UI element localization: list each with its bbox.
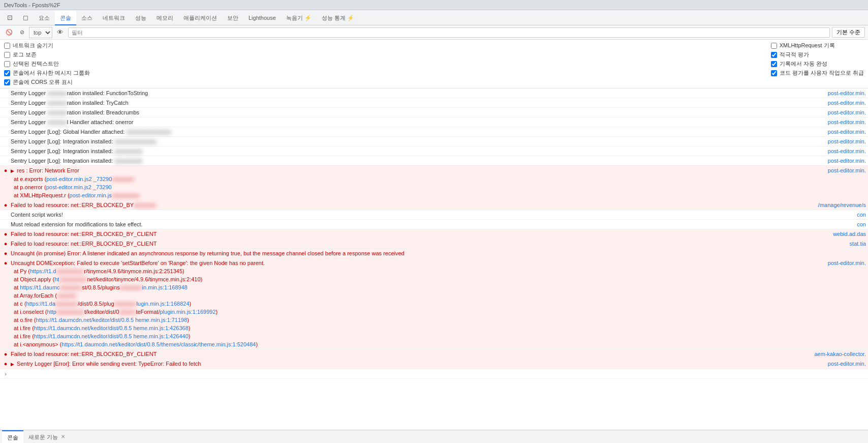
close-new-features-button[interactable]: ✕ (60, 430, 66, 444)
error-icon: ● (2, 360, 9, 368)
option-selected-context-checkbox[interactable] (4, 61, 10, 67)
expand-caret[interactable]: ▶ (11, 168, 14, 173)
option-autocomplete-checkbox[interactable] (771, 61, 777, 67)
stack-link[interactable]: https://t1.daumcdn.net/keditor/dist/0.8.… (34, 325, 132, 331)
log-source-link[interactable]: post-editor.min. (828, 360, 866, 368)
icon-inspect[interactable]: ⊡ (2, 10, 18, 25)
option-autocomplete[interactable]: 기록에서 자동 완성 (771, 60, 864, 68)
error-icon: ● (2, 259, 9, 267)
option-network-hide[interactable]: 네트워크 숨기기 (4, 42, 90, 49)
eye-icon-button[interactable]: 👁 (54, 27, 66, 38)
tab-recorder[interactable]: 녹음기 ⚡ (281, 10, 317, 25)
option-xmlhttp[interactable]: XMLHttpRequest 기록 (771, 42, 864, 49)
log-row: Sentry Logger xxxxxxxration installed: B… (0, 108, 868, 117)
option-xmlhttp-checkbox[interactable] (771, 43, 777, 49)
log-source-link[interactable]: post-editor.min. (828, 89, 866, 97)
option-network-hide-checkbox[interactable] (4, 43, 10, 49)
log-source-link[interactable]: post-editor.min. (828, 99, 866, 107)
tab-elements[interactable]: 요소 (34, 10, 55, 25)
console-prompt-row[interactable]: › (0, 369, 868, 379)
stack-link[interactable]: lugin.min.js:1:168824 (137, 301, 190, 307)
log-source-link[interactable]: con (857, 211, 866, 219)
log-source-link[interactable]: stat.tia (850, 240, 866, 248)
error-icon: ● (2, 249, 9, 257)
option-user-gesture[interactable]: 코드 평가를 사용자 작업으로 취급 (771, 69, 864, 77)
log-source-link[interactable]: post-editor.min. (828, 259, 866, 267)
log-row: Sentry Logger [Log]: Integration install… (0, 156, 868, 166)
stack-link[interactable]: heme.min.js:1:426368 (134, 325, 189, 331)
stack-link[interactable]: https://t1.daumcdn.net/keditor/dist/0.8.… (36, 317, 134, 323)
bottom-tab-console-label: 콘솔 (7, 431, 18, 444)
error-icon: ● (2, 166, 9, 174)
bottom-tab-new-features[interactable]: 새로운 기능 ✕ (23, 430, 71, 444)
stack-link[interactable]: http (47, 309, 56, 315)
log-source-link[interactable]: con (857, 220, 866, 228)
error-row: ● Uncaught DOMException: Failed to execu… (0, 258, 868, 349)
title-bar: DevTools - Fposts%2F (0, 0, 868, 10)
option-eager-eval-checkbox[interactable] (771, 52, 777, 58)
error-row: ● Failed to load resource: net::ERR_BLOC… (0, 349, 868, 359)
option-user-gesture-checkbox[interactable] (771, 70, 777, 76)
stack-link[interactable]: https://t1.daumc (20, 284, 59, 290)
tab-security[interactable]: 보안 (222, 10, 243, 25)
option-cors-errors[interactable]: 콘솔에 CORS 오류 표시 (4, 78, 90, 86)
filter-toggle-button[interactable]: ⊘ (17, 27, 27, 38)
tab-perf-insights[interactable]: 성능 통계 ⚡ (317, 10, 359, 25)
console-log-area[interactable]: Sentry Logger xxxxxxxration installed: F… (0, 88, 868, 443)
tab-network[interactable]: 네트워크 (98, 10, 130, 25)
error-icon: ● (2, 201, 9, 209)
filter-input[interactable] (68, 27, 830, 38)
default-levels-button[interactable]: 기본 수준 (832, 27, 865, 38)
options-right: XMLHttpRequest 기록 적극적 평가 기록에서 자동 완성 코드 평… (771, 42, 864, 86)
prompt-caret: › (2, 370, 9, 378)
tab-console[interactable]: 콘솔 (55, 10, 76, 25)
tab-application[interactable]: 애플리케이션 (178, 10, 222, 25)
log-source-link[interactable]: post-editor.min. (828, 157, 866, 165)
icon-device[interactable]: ◻ (18, 10, 34, 25)
option-log-preserve[interactable]: 로그 보존 (4, 51, 90, 58)
log-source-link[interactable]: post-editor.min. (828, 108, 866, 116)
bottom-tab-console[interactable]: 콘솔 (2, 430, 23, 444)
option-eager-eval[interactable]: 적극적 평가 (771, 51, 864, 58)
stack-link[interactable]: https://t1.daumcdn.net/keditor/dist/0.8.… (34, 333, 132, 339)
log-source-link[interactable]: post-editor.min. (828, 137, 866, 145)
log-row: Must reload extension for modifications … (0, 220, 868, 229)
stack-link[interactable]: heme.min.js:1:426440 (134, 333, 189, 339)
option-group-similar-checkbox[interactable] (4, 70, 10, 76)
log-source-link[interactable]: /manage/revenue/s (818, 201, 866, 209)
tab-sources[interactable]: 소스 (76, 10, 98, 25)
log-row: Sentry Logger [Log]: Integration install… (0, 137, 868, 146)
log-source-link[interactable]: aem-kakao-collector. (815, 350, 866, 358)
tab-lighthouse[interactable]: Lighthouse (243, 10, 281, 25)
stack-link[interactable]: post-editor.min.js2 _73290 (46, 176, 112, 182)
stack-link[interactable]: https://t1.da (26, 301, 55, 307)
stack-link[interactable]: in.min.js:1:168948 (142, 284, 188, 290)
stack-link[interactable]: heme.min.js:1:71198 (135, 317, 187, 323)
title-bar-text: DevTools - Fposts%2F (4, 2, 60, 8)
stack-link[interactable]: ht (54, 276, 59, 282)
stack-link[interactable]: post-editor.min.js (70, 192, 112, 198)
clear-console-button[interactable]: 🚫 (3, 27, 15, 38)
option-selected-context[interactable]: 선택된 컨텍스트만 (4, 60, 90, 68)
error-icon: ● (2, 230, 9, 238)
log-row: Sentry Logger xxxxxxxration installed: F… (0, 88, 868, 98)
stack-link[interactable]: https://t1.d (30, 268, 56, 274)
log-source-link[interactable]: webid.ad.das (833, 230, 866, 238)
option-cors-errors-checkbox[interactable] (4, 79, 10, 85)
option-log-preserve-checkbox[interactable] (4, 52, 10, 58)
log-source-link[interactable]: post-editor.min. (828, 118, 866, 126)
stack-link[interactable]: plugin.min.js:1:169992 (160, 309, 215, 315)
tab-performance[interactable]: 성능 (130, 10, 151, 25)
log-source-link[interactable]: post-editor.min. (828, 147, 866, 155)
expand-caret[interactable]: ▶ (11, 362, 14, 367)
options-left: 네트워크 숨기기 로그 보존 선택된 컨텍스트만 콘솔에서 유사한 메시지 그룹… (4, 42, 90, 86)
error-icon: ● (2, 350, 9, 358)
option-group-similar[interactable]: 콘솔에서 유사한 메시지 그룹화 (4, 69, 90, 77)
stack-link[interactable]: https://t1.daumcdn.net/keditor/dist/0.8.… (61, 341, 256, 347)
log-source-link[interactable]: post-editor.min. (828, 128, 866, 136)
stack-link[interactable]: post-editor.min.js2 _73290 (46, 184, 112, 190)
context-selector[interactable]: top (29, 27, 52, 38)
log-row: Sentry Logger xxxxxxxl Handler attached:… (0, 117, 868, 127)
tab-memory[interactable]: 메모리 (151, 10, 178, 25)
log-source-link[interactable]: post-editor.min. (828, 166, 866, 174)
